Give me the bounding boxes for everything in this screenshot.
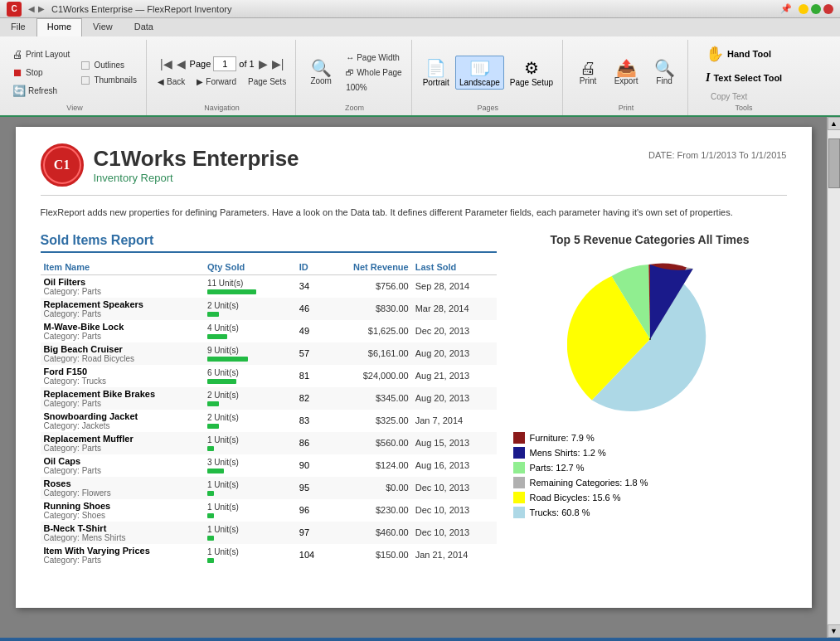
tools-controls: ✋ Hand Tool I Text Select Tool Copy Text	[700, 41, 788, 104]
tab-home[interactable]: Home	[36, 18, 82, 36]
last-sold-cell: Aug 20, 2013	[412, 342, 497, 365]
tab-data[interactable]: Data	[124, 18, 164, 36]
zoom-btn[interactable]: 🔍 Zoom	[303, 57, 339, 88]
last-sold-cell: Mar 28, 2014	[412, 298, 497, 320]
legend-label: Parts: 12.7 %	[530, 463, 585, 473]
revenue-cell: $1,625.00	[326, 320, 411, 342]
scroll-down-btn[interactable]: ▼	[828, 624, 841, 638]
pie-title: Top 5 Revenue Categories All Times	[513, 233, 787, 246]
last-sold-cell: Dec 10, 2013	[412, 522, 497, 544]
scrollbar-thumb[interactable]	[828, 138, 840, 188]
item-name-cell: Oil Filters Category: Parts	[41, 274, 204, 298]
text-select-tool-btn[interactable]: I Text Select Tool	[700, 68, 788, 88]
tab-view[interactable]: View	[82, 18, 124, 36]
report-date: DATE: From 1/1/2013 To 1/1/2015	[648, 150, 787, 160]
first-page-btn[interactable]: |◀	[158, 57, 174, 70]
next-page-btn[interactable]: ▶	[257, 57, 269, 70]
last-page-btn[interactable]: ▶|	[270, 57, 286, 70]
back-nav[interactable]: ◀	[28, 4, 35, 13]
zoom-controls: 🔍 Zoom ↔ Page Width 🗗 Whole Page 100%	[303, 41, 405, 104]
report-subtitle: Inventory Report	[94, 172, 299, 184]
qty-sold-cell: 4 Unit(s)	[204, 320, 296, 342]
stop-btn[interactable]: ⏹ Stop	[8, 64, 74, 81]
qty-sold-cell: 6 Unit(s)	[204, 365, 296, 387]
forward-nav[interactable]: ▶	[38, 4, 45, 13]
find-icon: 🔍	[654, 60, 675, 76]
table-row: Ford F150 Category: Trucks 6 Unit(s) 81 …	[41, 365, 497, 387]
view-buttons: 🖨 Print Layout ⏹ Stop 🔄 Refresh	[8, 41, 141, 104]
id-cell: 82	[296, 387, 327, 410]
thumbnails-btn[interactable]: Thumbnails	[77, 73, 141, 87]
legend-color	[513, 477, 525, 488]
whole-page-btn[interactable]: 🗗 Whole Page	[342, 66, 405, 80]
report-desc: FlexReport adds new properties for defin…	[41, 206, 787, 220]
tools-label: Tools	[736, 104, 753, 114]
zoom-sub-btns: ↔ Page Width 🗗 Whole Page 100%	[342, 51, 405, 95]
export-btn[interactable]: 📤 Export	[608, 57, 644, 88]
id-cell: 90	[296, 454, 327, 477]
revenue-cell: $230.00	[326, 499, 411, 522]
col-id: ID	[296, 260, 327, 275]
landscape-btn[interactable]: 📄 Landscape	[455, 56, 504, 90]
item-name-cell: Replacement Muffler Category: Parts	[41, 432, 204, 454]
id-cell: 83	[296, 410, 327, 432]
qty-sold-cell: 2 Unit(s)	[204, 410, 296, 432]
close-btn[interactable]	[823, 4, 833, 14]
legend-color	[513, 492, 525, 503]
table-row: M-Wave-Bike Lock Category: Parts 4 Unit(…	[41, 320, 497, 342]
refresh-btn[interactable]: 🔄 Refresh	[8, 82, 74, 100]
revenue-cell: $6,161.00	[326, 342, 411, 365]
id-cell: 57	[296, 342, 327, 365]
text-select-icon: I	[706, 71, 710, 85]
print-controls: 🖨 Print 📤 Export 🔍 Find	[570, 41, 682, 104]
nav-bottom-btns: ◀ Back ▶ Forward Page Sets	[153, 75, 290, 89]
legend-label: Furniture: 7.9 %	[530, 433, 595, 443]
back-btn[interactable]: ◀ Back	[153, 75, 189, 89]
id-cell: 34	[296, 274, 327, 298]
scroll-up-btn[interactable]: ▲	[828, 117, 841, 130]
id-cell: 104	[296, 544, 327, 566]
tab-file[interactable]: File	[0, 18, 36, 36]
minimize-btn[interactable]	[799, 4, 808, 14]
title-bar: C ◀ ▶ C1Works Enterprise — FlexReport In…	[0, 0, 840, 18]
print-btn[interactable]: 🖨 Print	[570, 57, 606, 88]
ribbon-content: 🖨 Print Layout ⏹ Stop 🔄 Refresh	[0, 36, 840, 115]
last-sold-cell: Aug 20, 2013	[412, 387, 497, 410]
page-input[interactable]	[213, 56, 236, 71]
legend: Furniture: 7.9 % Mens Shirts: 1.2 % Part…	[513, 432, 787, 518]
print-layout-btn[interactable]: 🖨 Print Layout	[8, 46, 74, 63]
scroll-area[interactable]: C1 C1Works Enterprise Inventory Report D…	[0, 117, 827, 638]
pie-chart	[567, 256, 733, 422]
item-name-cell: M-Wave-Bike Lock Category: Parts	[41, 320, 204, 342]
report-logo: C1	[41, 143, 84, 187]
zoom-percent-btn[interactable]: 100%	[342, 80, 405, 95]
page-setup-icon: ⚙	[524, 58, 539, 78]
scrollbar-track	[828, 130, 840, 624]
page-width-btn[interactable]: ↔ Page Width	[342, 51, 405, 65]
landscape-icon: 📄	[469, 58, 489, 79]
revenue-cell: $345.00	[326, 387, 411, 410]
forward-btn[interactable]: ▶ Forward	[192, 75, 240, 89]
sold-items-title: Sold Items Report	[41, 233, 497, 253]
ribbon: File Home View Data 🖨 Print Layout ⏹ Sto…	[0, 18, 840, 117]
qty-sold-cell: 2 Unit(s)	[204, 298, 296, 320]
page-setup-btn[interactable]: ⚙ Page Setup	[506, 56, 557, 90]
item-name-cell: Big Beach Cruiser Category: Road Bicycle…	[41, 342, 204, 365]
outlines-btn[interactable]: Outlines	[77, 58, 141, 72]
maximize-btn[interactable]	[811, 4, 821, 14]
qty-sold-cell: 1 Unit(s)	[204, 499, 296, 522]
app-icon: C	[7, 2, 22, 17]
main-area: C1 C1Works Enterprise Inventory Report D…	[0, 117, 840, 638]
prev-page-btn[interactable]: ◀	[175, 57, 187, 70]
copy-text-btn[interactable]: Copy Text	[706, 90, 788, 104]
portrait-btn[interactable]: 📄 Portrait	[419, 56, 454, 90]
legend-item: Mens Shirts: 1.2 %	[513, 447, 787, 459]
page-sets-btn[interactable]: Page Sets	[244, 75, 290, 89]
hand-tool-btn[interactable]: ✋ Hand Tool	[700, 41, 788, 66]
col-qty-sold: Qty Sold	[204, 260, 296, 275]
find-btn[interactable]: 🔍 Find	[646, 57, 682, 88]
report-right: Top 5 Revenue Categories All Times	[513, 233, 787, 566]
qty-sold-cell: 3 Unit(s)	[204, 454, 296, 477]
legend-color	[513, 432, 525, 444]
page-of: of 1	[239, 59, 254, 69]
